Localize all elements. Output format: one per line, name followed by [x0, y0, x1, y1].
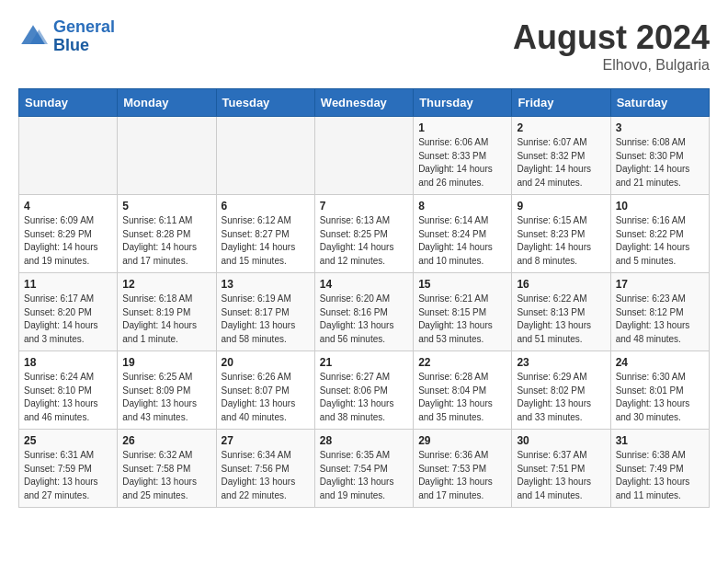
calendar-cell: 7Sunrise: 6:13 AM Sunset: 8:25 PM Daylig… — [314, 195, 413, 273]
day-detail: Sunrise: 6:27 AM Sunset: 8:06 PM Dayligh… — [320, 371, 408, 424]
calendar-cell — [19, 117, 118, 195]
day-number: 24 — [616, 356, 704, 369]
calendar-cell: 10Sunrise: 6:16 AM Sunset: 8:22 PM Dayli… — [610, 195, 709, 273]
calendar-cell: 29Sunrise: 6:36 AM Sunset: 7:53 PM Dayli… — [414, 430, 512, 508]
calendar-cell: 21Sunrise: 6:27 AM Sunset: 8:06 PM Dayli… — [314, 351, 413, 430]
day-number: 26 — [122, 434, 210, 447]
logo-icon — [18, 22, 48, 52]
calendar-cell: 18Sunrise: 6:24 AM Sunset: 8:10 PM Dayli… — [19, 351, 118, 430]
day-detail: Sunrise: 6:12 AM Sunset: 8:27 PM Dayligh… — [222, 214, 310, 268]
calendar-cell: 24Sunrise: 6:30 AM Sunset: 8:01 PM Dayli… — [610, 351, 709, 430]
day-number: 25 — [24, 434, 112, 447]
day-detail: Sunrise: 6:13 AM Sunset: 8:25 PM Dayligh… — [320, 214, 408, 268]
calendar-cell: 8Sunrise: 6:14 AM Sunset: 8:24 PM Daylig… — [414, 195, 512, 273]
day-detail: Sunrise: 6:31 AM Sunset: 7:59 PM Dayligh… — [24, 449, 112, 502]
calendar-cell: 2Sunrise: 6:07 AM Sunset: 8:32 PM Daylig… — [512, 117, 610, 195]
day-of-week-header: Thursday — [414, 89, 512, 117]
calendar-cell: 11Sunrise: 6:17 AM Sunset: 8:20 PM Dayli… — [19, 273, 118, 351]
day-of-week-header: Sunday — [19, 89, 118, 117]
day-detail: Sunrise: 6:36 AM Sunset: 7:53 PM Dayligh… — [418, 449, 506, 502]
calendar-cell: 13Sunrise: 6:19 AM Sunset: 8:17 PM Dayli… — [216, 273, 314, 351]
calendar-cell: 4Sunrise: 6:09 AM Sunset: 8:29 PM Daylig… — [19, 195, 118, 273]
calendar-cell: 16Sunrise: 6:22 AM Sunset: 8:13 PM Dayli… — [512, 273, 610, 351]
day-number: 15 — [418, 278, 506, 291]
day-number: 29 — [418, 434, 506, 447]
day-detail: Sunrise: 6:26 AM Sunset: 8:07 PM Dayligh… — [222, 371, 310, 424]
calendar-cell — [314, 117, 413, 195]
day-detail: Sunrise: 6:18 AM Sunset: 8:19 PM Dayligh… — [122, 293, 210, 346]
day-number: 3 — [616, 121, 704, 134]
day-detail: Sunrise: 6:37 AM Sunset: 7:51 PM Dayligh… — [517, 449, 605, 502]
day-number: 28 — [320, 434, 408, 447]
day-detail: Sunrise: 6:35 AM Sunset: 7:54 PM Dayligh… — [320, 449, 408, 502]
day-number: 10 — [616, 200, 704, 213]
logo-text: General Blue — [53, 18, 115, 55]
calendar-subtitle: Elhovo, Bulgaria — [513, 57, 710, 74]
day-number: 8 — [418, 200, 506, 213]
calendar-week-row: 11Sunrise: 6:17 AM Sunset: 8:20 PM Dayli… — [19, 273, 710, 351]
day-detail: Sunrise: 6:30 AM Sunset: 8:01 PM Dayligh… — [616, 371, 704, 424]
day-detail: Sunrise: 6:16 AM Sunset: 8:22 PM Dayligh… — [616, 214, 704, 268]
day-number: 12 — [122, 278, 210, 291]
calendar-cell: 30Sunrise: 6:37 AM Sunset: 7:51 PM Dayli… — [512, 430, 610, 508]
calendar-week-row: 25Sunrise: 6:31 AM Sunset: 7:59 PM Dayli… — [19, 430, 710, 508]
day-number: 20 — [222, 356, 310, 369]
logo: General Blue — [18, 18, 115, 55]
day-number: 13 — [222, 278, 310, 291]
day-number: 2 — [517, 121, 605, 134]
calendar-cell: 5Sunrise: 6:11 AM Sunset: 8:28 PM Daylig… — [118, 195, 216, 273]
day-number: 1 — [418, 121, 506, 134]
day-detail: Sunrise: 6:25 AM Sunset: 8:09 PM Dayligh… — [122, 371, 210, 424]
day-number: 11 — [24, 278, 112, 291]
calendar-cell — [216, 117, 314, 195]
day-detail: Sunrise: 6:29 AM Sunset: 8:02 PM Dayligh… — [517, 371, 605, 424]
calendar-cell: 27Sunrise: 6:34 AM Sunset: 7:56 PM Dayli… — [216, 430, 314, 508]
day-number: 14 — [320, 278, 408, 291]
day-number: 23 — [517, 356, 605, 369]
day-detail: Sunrise: 6:38 AM Sunset: 7:49 PM Dayligh… — [616, 449, 704, 502]
calendar-cell: 3Sunrise: 6:08 AM Sunset: 8:30 PM Daylig… — [610, 117, 709, 195]
calendar-cell: 25Sunrise: 6:31 AM Sunset: 7:59 PM Dayli… — [19, 430, 118, 508]
day-number: 21 — [320, 356, 408, 369]
day-of-week-header: Monday — [118, 89, 216, 117]
day-detail: Sunrise: 6:20 AM Sunset: 8:16 PM Dayligh… — [320, 293, 408, 346]
day-number: 31 — [616, 434, 704, 447]
day-number: 6 — [222, 200, 310, 213]
day-number: 7 — [320, 200, 408, 213]
day-detail: Sunrise: 6:15 AM Sunset: 8:23 PM Dayligh… — [517, 214, 605, 268]
day-number: 18 — [24, 356, 112, 369]
calendar-cell: 26Sunrise: 6:32 AM Sunset: 7:58 PM Dayli… — [118, 430, 216, 508]
day-detail: Sunrise: 6:17 AM Sunset: 8:20 PM Dayligh… — [24, 293, 112, 346]
day-number: 5 — [122, 200, 210, 213]
day-of-week-header: Wednesday — [314, 89, 413, 117]
calendar-cell — [118, 117, 216, 195]
calendar-cell: 23Sunrise: 6:29 AM Sunset: 8:02 PM Dayli… — [512, 351, 610, 430]
day-number: 30 — [517, 434, 605, 447]
day-of-week-header: Friday — [512, 89, 610, 117]
day-detail: Sunrise: 6:23 AM Sunset: 8:12 PM Dayligh… — [616, 293, 704, 346]
calendar-body: 1Sunrise: 6:06 AM Sunset: 8:33 PM Daylig… — [19, 117, 710, 508]
calendar-cell: 15Sunrise: 6:21 AM Sunset: 8:15 PM Dayli… — [414, 273, 512, 351]
calendar-title: August 2024 — [513, 18, 710, 57]
calendar-cell: 20Sunrise: 6:26 AM Sunset: 8:07 PM Dayli… — [216, 351, 314, 430]
calendar-cell: 28Sunrise: 6:35 AM Sunset: 7:54 PM Dayli… — [314, 430, 413, 508]
day-number: 17 — [616, 278, 704, 291]
day-of-week-header: Tuesday — [216, 89, 314, 117]
calendar-cell: 12Sunrise: 6:18 AM Sunset: 8:19 PM Dayli… — [118, 273, 216, 351]
day-number: 9 — [517, 200, 605, 213]
day-detail: Sunrise: 6:07 AM Sunset: 8:32 PM Dayligh… — [517, 136, 605, 190]
day-number: 19 — [122, 356, 210, 369]
day-detail: Sunrise: 6:24 AM Sunset: 8:10 PM Dayligh… — [24, 371, 112, 424]
day-detail: Sunrise: 6:19 AM Sunset: 8:17 PM Dayligh… — [222, 293, 310, 346]
calendar-week-row: 4Sunrise: 6:09 AM Sunset: 8:29 PM Daylig… — [19, 195, 710, 273]
day-detail: Sunrise: 6:22 AM Sunset: 8:13 PM Dayligh… — [517, 293, 605, 346]
day-detail: Sunrise: 6:06 AM Sunset: 8:33 PM Dayligh… — [418, 136, 506, 190]
calendar-cell: 19Sunrise: 6:25 AM Sunset: 8:09 PM Dayli… — [118, 351, 216, 430]
day-detail: Sunrise: 6:09 AM Sunset: 8:29 PM Dayligh… — [24, 214, 112, 268]
day-detail: Sunrise: 6:34 AM Sunset: 7:56 PM Dayligh… — [222, 449, 310, 502]
day-number: 4 — [24, 200, 112, 213]
calendar-table: SundayMondayTuesdayWednesdayThursdayFrid… — [18, 88, 710, 508]
calendar-cell: 1Sunrise: 6:06 AM Sunset: 8:33 PM Daylig… — [414, 117, 512, 195]
day-detail: Sunrise: 6:14 AM Sunset: 8:24 PM Dayligh… — [418, 214, 506, 268]
calendar-week-row: 18Sunrise: 6:24 AM Sunset: 8:10 PM Dayli… — [19, 351, 710, 430]
